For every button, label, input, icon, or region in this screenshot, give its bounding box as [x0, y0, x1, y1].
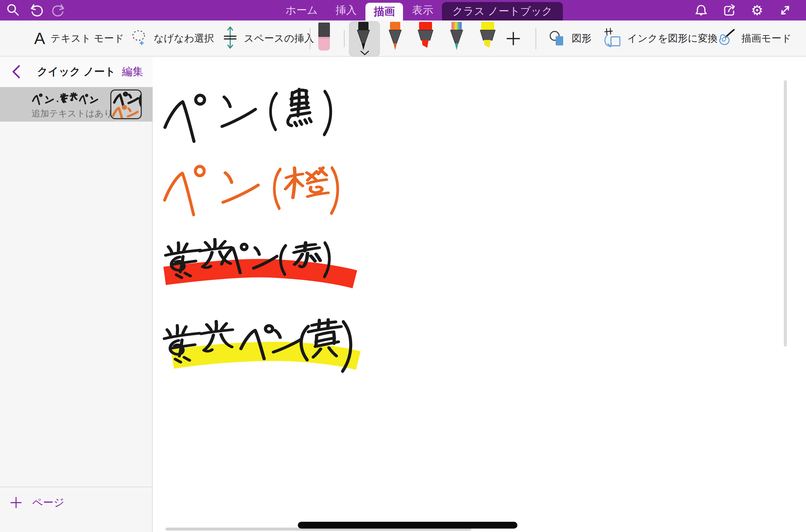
ribbon-tabs: ホーム 挿入 描画 表示 クラス ノートブック	[277, 0, 563, 20]
tab-class-notebook[interactable]: クラス ノートブック	[442, 2, 562, 20]
tab-insert[interactable]: 挿入	[326, 0, 365, 20]
page-title-handwritten	[31, 92, 112, 109]
sidebar-header: クイック ノート 編集	[0, 57, 153, 87]
ink-to-shape-label: インクを図形に変換	[627, 32, 718, 45]
ink-drawing	[153, 57, 806, 532]
share-icon[interactable]	[721, 2, 737, 18]
black-pen-tool[interactable]	[356, 22, 371, 55]
undo-icon[interactable]	[28, 2, 44, 18]
rainbow-pen-tool[interactable]	[449, 22, 464, 55]
fullscreen-expand-icon[interactable]	[777, 2, 793, 18]
shapes-label: 図形	[572, 32, 592, 45]
yellow-highlighter-tool[interactable]	[479, 22, 496, 54]
ink-line-pen-black	[165, 89, 331, 142]
ribbon-divider	[536, 28, 536, 49]
text-mode-label: テキスト モード	[51, 32, 124, 45]
eraser-tool[interactable]	[317, 23, 331, 53]
draw-mode-icon	[717, 28, 736, 50]
draw-mode-button[interactable]: 描画モード	[717, 20, 791, 57]
orange-pen-tool[interactable]	[388, 22, 403, 55]
page-thumbnail	[110, 89, 142, 119]
draw-ribbon: A テキスト モード なげなわ選択	[0, 20, 806, 57]
ink-line-pen-orange	[165, 166, 338, 215]
ink-to-shape-icon	[602, 27, 622, 50]
search-icon[interactable]	[5, 2, 20, 18]
notifications-bell-icon[interactable]	[693, 2, 709, 18]
ink-line-highlighter-red	[165, 239, 355, 279]
page-list-sidebar: クイック ノート 編集 追加テキストはありま…	[0, 57, 153, 532]
add-pen-button[interactable]	[506, 31, 521, 46]
lasso-label: なげなわ選択	[154, 32, 214, 45]
lasso-select-button[interactable]: なげなわ選択	[130, 20, 214, 57]
redo-icon	[51, 2, 67, 18]
vertical-scrollbar[interactable]	[784, 80, 787, 347]
tab-draw[interactable]: 描画	[365, 3, 403, 20]
insert-space-button[interactable]: スペースの挿入	[222, 20, 314, 57]
shapes-button[interactable]: 図形	[548, 20, 592, 57]
tab-home[interactable]: ホーム	[277, 0, 326, 20]
top-app-bar: ホーム 挿入 描画 表示 クラス ノートブック ⚙	[0, 0, 806, 20]
edit-button[interactable]: 編集	[122, 65, 143, 79]
tab-view[interactable]: 表示	[403, 0, 442, 20]
ink-to-shape-button[interactable]: インクを図形に変換	[602, 20, 718, 57]
lasso-icon	[130, 28, 148, 50]
ribbon-divider	[310, 28, 310, 49]
home-indicator[interactable]	[298, 522, 517, 529]
settings-gear-icon[interactable]: ⚙	[749, 2, 765, 18]
note-canvas[interactable]	[153, 57, 806, 532]
draw-mode-label: 描画モード	[741, 32, 791, 45]
ink-line-highlighter-yellow	[164, 320, 358, 371]
topbar-right-icons: ⚙	[693, 0, 793, 20]
page-list-item-selected[interactable]: 追加テキストはありま…	[0, 87, 153, 122]
text-mode-icon: A	[34, 30, 45, 47]
text-mode-button[interactable]: A テキスト モード	[34, 20, 124, 57]
topbar-left-icons	[5, 0, 67, 20]
add-page-button[interactable]: ページ	[10, 495, 64, 510]
plus-icon	[10, 497, 22, 508]
pen-tray-divider	[344, 30, 345, 47]
onenote-app: ホーム 挿入 描画 表示 クラス ノートブック ⚙	[0, 0, 806, 532]
add-page-section: ページ	[0, 487, 153, 532]
insert-space-label: スペースの挿入	[244, 32, 314, 45]
content-area: クイック ノート 編集 追加テキストはありま…	[0, 57, 806, 532]
add-page-label: ページ	[32, 495, 64, 510]
insert-space-icon	[222, 25, 238, 53]
shapes-icon	[548, 28, 566, 49]
red-highlighter-tool[interactable]	[417, 22, 434, 54]
